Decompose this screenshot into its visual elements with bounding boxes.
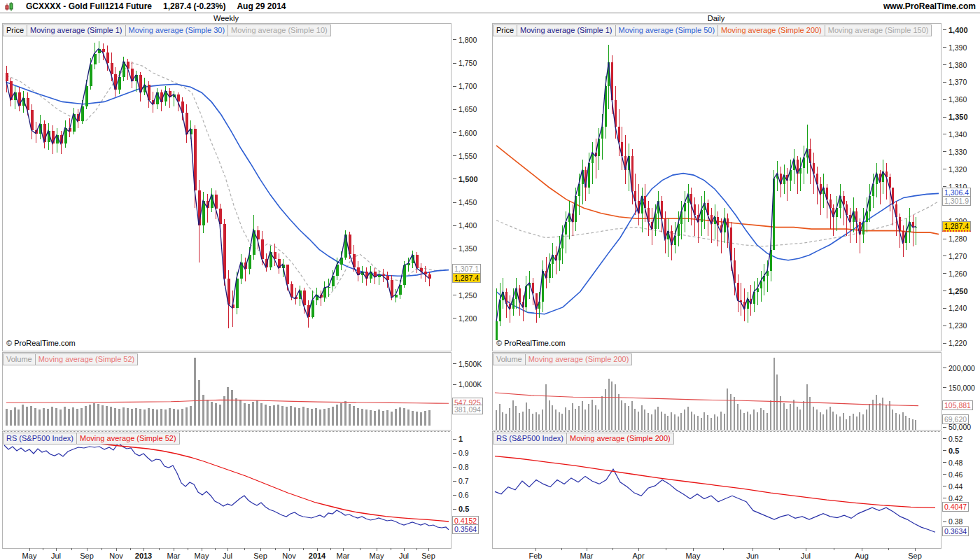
left-rs-legend-item[interactable]: Moving average (Simple 52) — [76, 433, 180, 444]
left-x-axis[interactable]: MayJulSepNov2013MarMayJulSepNov2014MarMa… — [2, 548, 450, 560]
x-axis-label: Jul — [223, 552, 232, 560]
y-axis-tick[interactable]: 1,550 — [453, 152, 477, 160]
left-volume-legend-item[interactable]: Volume — [3, 354, 36, 365]
x-axis-label: Aug — [855, 552, 869, 560]
x-tick-mark — [260, 548, 261, 551]
y-axis-tick[interactable]: 0.44 — [943, 482, 962, 491]
y-axis-tick[interactable]: 0.48 — [943, 458, 962, 467]
y-axis-tick[interactable]: 1,340 — [943, 130, 967, 139]
y-axis-tick[interactable]: 0.46 — [943, 470, 962, 479]
x-axis-label: 2014 — [309, 552, 326, 560]
y-axis-tick[interactable]: 1,220 — [943, 339, 967, 347]
right-rs-panel-canvas[interactable] — [493, 432, 941, 548]
y-axis-tick[interactable]: 1,700 — [453, 82, 477, 90]
value-box-gray: 69,620 — [942, 414, 969, 424]
y-axis-tick[interactable]: 150,000 — [943, 384, 975, 392]
x-tick-mark — [29, 548, 30, 551]
y-axis-tick[interactable]: 0.52 — [943, 435, 962, 443]
x-tick-mark — [202, 548, 202, 551]
left-volume-legend: VolumeMoving average (Simple 52) — [4, 354, 138, 365]
y-axis-tick[interactable]: 1,350 — [453, 244, 477, 253]
volume-bars — [6, 358, 430, 426]
y-axis-tick[interactable]: 1,400 — [453, 221, 477, 230]
y-axis-tick[interactable]: 1,380 — [943, 61, 967, 69]
x-minor-tick-mark — [43, 548, 43, 550]
y-axis-tick[interactable]: 0.5 — [453, 505, 469, 513]
candles — [6, 41, 431, 328]
left-price-legend-item[interactable]: Moving average (Simple 30) — [125, 24, 229, 36]
right-rs-legend-item[interactable]: RS (S&P500 Index) — [493, 433, 567, 444]
x-axis-label: Feb — [529, 552, 542, 560]
x-axis-label: Sep — [421, 552, 435, 560]
y-axis-tick[interactable]: 1,750 — [453, 59, 477, 67]
left-price-panel[interactable]: PriceMoving average (Simple 1)Moving ave… — [2, 23, 451, 351]
y-axis-tick[interactable]: 1,650 — [453, 105, 477, 113]
right-volume-legend-item[interactable]: Moving average (Simple 200) — [525, 354, 633, 365]
y-axis-tick[interactable]: 1,400 — [943, 26, 968, 34]
right-price-panel-canvas[interactable] — [493, 24, 941, 351]
x-axis-label: Mar — [337, 552, 350, 560]
right-price-panel[interactable]: PriceMoving average (Simple 1)Moving ave… — [492, 23, 941, 351]
y-axis-tick[interactable]: 0.8 — [453, 463, 469, 471]
right-price-legend-item[interactable]: Moving average (Simple 200) — [718, 24, 825, 36]
y-axis-tick[interactable]: 1,270 — [943, 252, 967, 260]
y-axis-tick[interactable]: 1,250 — [453, 291, 477, 300]
y-axis-tick[interactable]: 1,000K — [453, 380, 482, 388]
series-ma10 — [6, 63, 447, 298]
y-axis-tick[interactable]: 0.42 — [943, 494, 962, 503]
x-axis-label: Sep — [80, 552, 94, 560]
y-axis-tick[interactable]: 0.9 — [453, 449, 469, 457]
y-axis-tick[interactable]: 200,000 — [943, 364, 975, 372]
y-axis-tick[interactable]: 1,330 — [943, 148, 967, 156]
right-rs-panel[interactable]: RS (S&P500 Index)Moving average (Simple … — [492, 431, 941, 549]
left-price-legend-item[interactable]: Price — [3, 24, 27, 36]
y-axis-tick[interactable]: 1,450 — [453, 198, 477, 206]
y-axis-tick[interactable]: 1,350 — [943, 113, 968, 121]
series-rs_sp500 — [4, 443, 449, 530]
y-axis-tick[interactable]: 1,600 — [453, 129, 477, 137]
site-link[interactable]: www.ProRealTime.com — [883, 1, 976, 11]
y-axis-tick[interactable]: 1,200 — [453, 314, 477, 323]
y-axis-tick[interactable]: 1,260 — [943, 270, 967, 278]
y-axis-tick[interactable]: 1,230 — [943, 321, 967, 330]
y-axis-tick[interactable]: 1,360 — [943, 95, 967, 104]
left-volume-panel[interactable]: VolumeMoving average (Simple 52) — [2, 352, 451, 430]
right-x-axis[interactable]: FebMarAprMayJunJulAugSep — [492, 548, 940, 560]
y-axis-tick[interactable]: 1,320 — [943, 165, 967, 174]
left-rs-panel[interactable]: RS (S&P500 Index)Moving average (Simple … — [2, 431, 451, 549]
left-volume-legend-item[interactable]: Moving average (Simple 52) — [35, 354, 139, 365]
x-minor-tick-mark — [561, 548, 562, 550]
left-rs-legend-item[interactable]: RS (S&P500 Index) — [3, 433, 77, 444]
value-box-red2: 0.4047 — [942, 502, 969, 512]
x-tick-mark — [536, 548, 536, 551]
y-axis-tick[interactable]: 1,500K — [453, 360, 482, 368]
y-axis-tick[interactable]: 0.7 — [453, 477, 469, 485]
x-tick-mark — [428, 548, 429, 551]
series-rs_ma52 — [76, 441, 449, 522]
right-price-legend-item[interactable]: Moving average (Simple 1) — [517, 24, 615, 36]
y-axis-tick[interactable]: 0.6 — [453, 491, 469, 499]
y-axis-tick[interactable]: 1 — [453, 435, 463, 443]
right-price-legend-item[interactable]: Moving average (Simple 150) — [825, 24, 932, 36]
left-rs-panel-canvas[interactable] — [3, 432, 451, 548]
left-price-legend-item[interactable]: Moving average (Simple 1) — [27, 24, 125, 36]
left-price-legend-item[interactable]: Moving average (Simple 10) — [227, 24, 331, 36]
right-price-legend-item[interactable]: Price — [493, 24, 517, 36]
y-axis-tick[interactable]: 1,500 — [453, 175, 478, 183]
y-axis-tick[interactable]: 1,390 — [943, 43, 967, 52]
x-axis-label: May — [22, 552, 37, 560]
left-price-legend: PriceMoving average (Simple 1)Moving ave… — [4, 24, 331, 36]
y-axis-tick[interactable]: 1,240 — [943, 304, 967, 312]
x-axis-label: Apr — [632, 552, 644, 560]
y-axis-tick[interactable]: 1,250 — [943, 287, 968, 295]
y-axis-tick[interactable]: 1,370 — [943, 78, 967, 86]
y-axis-tick[interactable]: 1,800 — [453, 36, 477, 44]
y-axis-tick[interactable]: 0.5 — [943, 447, 959, 455]
y-axis-tick[interactable]: 1,280 — [943, 234, 967, 243]
right-rs-legend-item[interactable]: Moving average (Simple 200) — [566, 433, 674, 444]
right-price-legend-item[interactable]: Moving average (Simple 50) — [615, 24, 719, 36]
y-axis-tick[interactable]: 0.38 — [943, 517, 962, 526]
right-volume-legend-item[interactable]: Volume — [493, 354, 526, 365]
right-volume-panel[interactable]: VolumeMoving average (Simple 200) — [492, 352, 941, 430]
left-price-panel-canvas[interactable] — [3, 24, 451, 351]
